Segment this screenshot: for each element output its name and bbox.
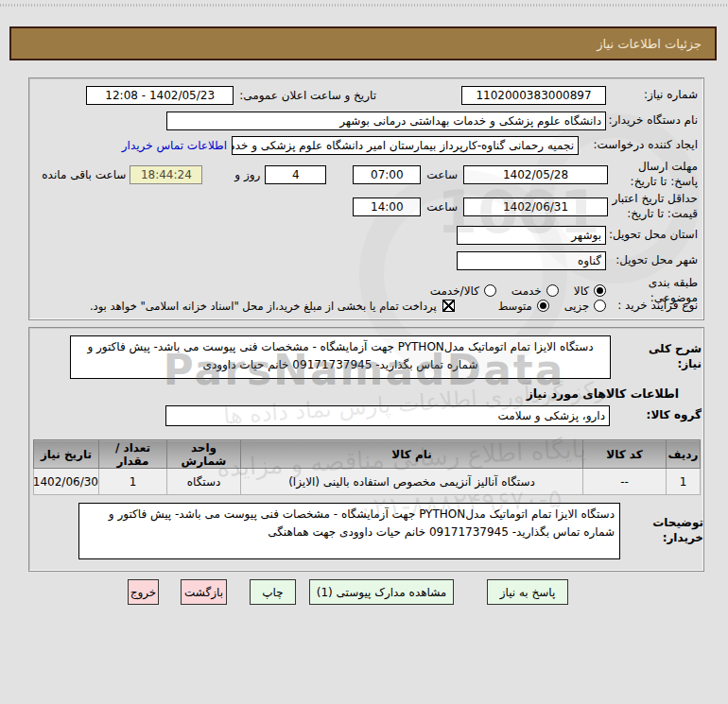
cell-row-number: 1: [667, 469, 701, 495]
respond-to-need-button[interactable]: پاسخ به نیاز: [487, 579, 568, 605]
top-dotted-divider: [0, 4, 728, 7]
need-number-label: شماره نیاز:: [606, 88, 698, 103]
service-radio[interactable]: [546, 284, 559, 297]
cell-need-date: 1402/06/30: [34, 469, 99, 495]
col-quantity: تعداد / مقدار: [99, 440, 167, 469]
cell-count-unit: دستگاه: [167, 469, 241, 495]
goods-service-radio[interactable]: [484, 284, 496, 297]
process-option-partial: جزیی: [564, 300, 606, 313]
buyer-notes-label: توضیحات خریدار:: [620, 516, 703, 545]
need-description-label: شرح کلی نیاز:: [622, 342, 702, 371]
classification-option-goods-service: کالا/خدمت: [430, 284, 496, 298]
goods-radio-label: کالا: [574, 284, 589, 298]
service-radio-label: خدمت: [511, 284, 542, 298]
response-deadline-row: مهلت ارسال پاسخ: تا تاریخ: 1402/05/28 سا…: [33, 160, 698, 189]
price-validity-row: حداقل تاریخ اعتبار قیمت: تا تاریخ: 1402/…: [33, 192, 698, 221]
goods-group-row: گروه کالا: دارو، پزشکی و سلامت: [33, 405, 702, 426]
need-number-row: شماره نیاز: 1102000383000897 تاریخ و ساع…: [33, 86, 698, 105]
deadline-time-field[interactable]: 07:00: [353, 165, 421, 184]
view-attachments-button[interactable]: مشاهده مدارک پیوستی (1): [309, 579, 454, 605]
partial-radio-label: جزیی: [564, 300, 589, 313]
request-creator-field[interactable]: نجمیه رحمانی گناوه-کارپرداز بیمارستان ام…: [232, 136, 579, 155]
classification-option-goods: کالا: [574, 284, 606, 298]
goods-info-panel: شرح کلی نیاز: دستگاه الایزا تمام اتوماتی…: [28, 327, 704, 572]
page-title-bar: جزئیات اطلاعات نیاز: [9, 26, 717, 60]
delivery-province-row: استان محل تحویل: بوشهر: [33, 226, 698, 245]
countdown-timer: 18:44:24: [130, 165, 202, 184]
deadline-date-field[interactable]: 1402/05/28: [463, 165, 608, 184]
cell-quantity: 1: [99, 469, 167, 495]
validity-date-field[interactable]: 1402/06/31: [463, 197, 608, 216]
buyer-notes-box[interactable]: دستگاه الایزا تمام اتوماتیک مدلPYTHON جه…: [78, 503, 620, 559]
back-button[interactable]: بازگشت: [181, 579, 227, 605]
need-number-field[interactable]: 1102000383000897: [461, 86, 606, 105]
buyer-contact-link[interactable]: اطلاعات تماس خریدار: [122, 139, 227, 152]
need-description-box[interactable]: دستگاه الایزا تمام اتوماتیک مدلPYTHON جه…: [70, 335, 611, 379]
col-need-date: تاریخ نیاز: [34, 440, 99, 469]
need-description-row: شرح کلی نیاز: دستگاه الایزا تمام اتوماتی…: [33, 335, 702, 379]
buyer-name-row: نام دستگاه خریدار: دانشگاه علوم پزشکی و …: [33, 112, 698, 130]
col-row-number: ردیف: [667, 440, 701, 469]
buyer-name-label: نام دستگاه خریدار:: [606, 113, 698, 129]
exit-button[interactable]: خروج: [128, 579, 159, 605]
goods-section-title: اطلاعات کالاهای مورد نیاز: [527, 386, 679, 401]
treasury-checkbox[interactable]: [442, 300, 455, 312]
purchase-process-row: نوع فرآیند خرید : جزیی متوسط پرداخت تمام…: [33, 299, 698, 314]
announce-datetime-field[interactable]: 1402/05/23 - 12:08: [86, 86, 234, 105]
deadline-hour-label: ساعت: [426, 168, 458, 181]
cell-goods-name: دستگاه آنالیز آنزیمی مخصوص استفاده بالین…: [241, 469, 583, 495]
goods-table: ردیف کد کالا نام کالا واحد شمارش تعداد /…: [33, 439, 701, 495]
col-goods-code: کد کالا: [583, 440, 667, 469]
partial-radio[interactable]: [594, 300, 606, 312]
treasury-checkbox-label: پرداخت تمام یا بخشی از مبلغ خرید،از محل …: [90, 300, 437, 313]
request-creator-label: ایجاد کننده درخواست:: [592, 138, 698, 153]
hours-remaining-label: ساعت باقی مانده: [42, 168, 126, 181]
process-option-medium: متوسط: [498, 300, 549, 313]
medium-radio-label: متوسط: [498, 300, 532, 313]
response-deadline-label: مهلت ارسال پاسخ: تا تاریخ:: [608, 160, 698, 189]
goods-group-label: گروه کالا:: [622, 408, 702, 423]
purchase-process-label: نوع فرآیند خرید :: [606, 299, 698, 314]
goods-table-header-row: ردیف کد کالا نام کالا واحد شمارش تعداد /…: [34, 440, 701, 469]
remaining-days-field[interactable]: 4: [265, 165, 326, 184]
announce-datetime-label: تاریخ و ساعت اعلان عمومی:: [239, 89, 376, 102]
medium-radio[interactable]: [537, 300, 549, 312]
buyer-notes-row: توضیحات خریدار: دستگاه الایزا تمام اتوما…: [33, 503, 703, 559]
delivery-province-label: استان محل تحویل:: [606, 228, 698, 243]
goods-section-title-row: اطلاعات کالاهای مورد نیاز: [33, 386, 679, 401]
validity-hour-label: ساعت: [426, 200, 458, 214]
goods-table-row: 1 -- دستگاه آنالیز آنزیمی مخصوص استفاده …: [34, 469, 701, 495]
buyer-name-field[interactable]: دانشگاه علوم پزشکی و خدمات بهداشتی درمان…: [166, 112, 606, 130]
goods-group-field[interactable]: دارو، پزشکی و سلامت: [165, 405, 610, 426]
col-goods-name: نام کالا: [241, 440, 583, 469]
goods-service-radio-label: کالا/خدمت: [430, 284, 479, 298]
days-and-label: روز و: [234, 168, 260, 181]
classification-option-service: خدمت: [511, 284, 559, 298]
print-button[interactable]: چاپ: [250, 579, 296, 605]
request-creator-row: ایجاد کننده درخواست: نجمیه رحمانی گناوه-…: [33, 136, 698, 155]
delivery-city-row: شهر محل تحویل: گناوه: [33, 251, 698, 270]
validity-time-field[interactable]: 14:00: [353, 197, 421, 216]
cell-goods-code: --: [583, 469, 667, 495]
col-count-unit: واحد شمارش: [167, 440, 241, 469]
delivery-province-field[interactable]: بوشهر: [457, 226, 606, 245]
goods-radio[interactable]: [594, 284, 606, 297]
delivery-city-field[interactable]: گناوه: [457, 251, 606, 270]
delivery-city-label: شهر محل تحویل:: [606, 253, 698, 268]
need-info-panel: شماره نیاز: 1102000383000897 تاریخ و ساع…: [28, 77, 704, 320]
page-title: جزئیات اطلاعات نیاز: [597, 37, 702, 51]
need-details-page: { "header": { "title": "جزئیات اطلاعات ن…: [0, 0, 728, 704]
price-validity-label: حداقل تاریخ اعتبار قیمت: تا تاریخ:: [608, 192, 698, 221]
